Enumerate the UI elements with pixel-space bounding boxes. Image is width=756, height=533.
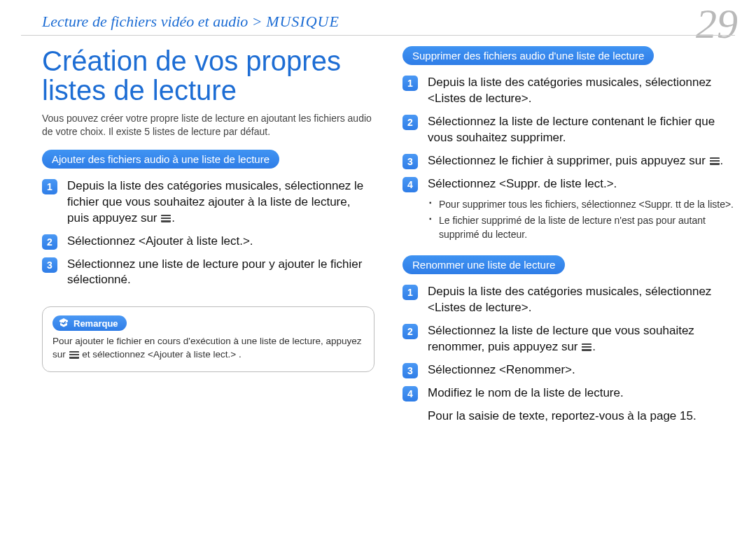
note-box: Remarque Pour ajouter le fichier en cour…	[42, 306, 374, 372]
menu-icon	[161, 215, 171, 222]
add-step: Depuis la liste des catégories musicales…	[42, 178, 374, 227]
ren-step: Depuis la liste des catégories musicales…	[402, 284, 735, 316]
step-text: .	[172, 211, 175, 225]
step-text: Sélectionnez <Ajouter à liste lect.>.	[67, 234, 253, 248]
breadcrumb-path: Lecture de fichiers vidéo et audio	[42, 13, 248, 30]
step-text: Depuis la liste des catégories musicales…	[428, 76, 711, 105]
menu-icon	[69, 351, 79, 359]
steps-add: Depuis la liste des catégories musicales…	[42, 178, 374, 289]
steps-delete: Depuis la liste des catégories musicales…	[402, 75, 735, 241]
right-column: Supprimer des fichiers audio d'une liste…	[402, 46, 735, 425]
ren-step: Sélectionnez la liste de lecture que vou…	[402, 323, 735, 355]
step-text: Sélectionnez une liste de lecture pour y…	[67, 257, 362, 287]
sub-notes: Pour supprimer tous les fichiers, sélect…	[428, 195, 735, 242]
sub-text: Le fichier supprimé de la liste de lectu…	[439, 215, 706, 240]
section-heading-rename: Renommer une liste de lecture	[402, 255, 565, 274]
step-text: Sélectionnez le fichier à supprimer, pui…	[428, 154, 709, 167]
add-step: Sélectionnez <Ajouter à liste lect.>.	[42, 234, 374, 250]
step-text: Sélectionnez la liste de lecture que vou…	[428, 324, 694, 353]
menu-icon	[582, 343, 592, 351]
del-step: Sélectionnez <Suppr. de liste lect.>. Po…	[402, 176, 735, 242]
step-text: Sélectionnez <Renommer>.	[428, 363, 575, 376]
breadcrumb: Lecture de fichiers vidéo et audio > MUS…	[42, 13, 735, 31]
section-heading-add: Ajouter des fichiers audio à une liste d…	[42, 150, 279, 169]
step-text: .	[592, 340, 596, 353]
step-text: Sélectionnez <Suppr. de liste lect.>.	[428, 177, 617, 190]
del-step: Sélectionnez le fichier à supprimer, pui…	[402, 153, 735, 169]
step-text: Depuis la liste des catégories musicales…	[428, 285, 711, 314]
add-step: Sélectionnez une liste de lecture pour y…	[42, 257, 374, 289]
content-columns: Création de vos propres listes de lectur…	[42, 46, 735, 425]
sub-text: Pour supprimer tous les fichiers, sélect…	[439, 199, 734, 210]
steps-rename: Depuis la liste des catégories musicales…	[402, 284, 735, 401]
extra-text: Pour la saisie de texte, reportez-vous à…	[402, 408, 735, 425]
left-column: Création de vos propres listes de lectur…	[42, 46, 374, 425]
step-text: Modifiez le nom de la liste de lecture.	[428, 386, 624, 399]
sub-note: Pour supprimer tous les fichiers, sélect…	[428, 198, 735, 212]
del-step: Depuis la liste des catégories musicales…	[402, 75, 735, 107]
step-text: Sélectionnez la liste de lecture contena…	[428, 115, 715, 144]
sub-note: Le fichier supprimé de la liste de lectu…	[428, 214, 735, 241]
note-text: et sélectionnez <Ajouter à liste lect.> …	[80, 349, 241, 360]
section-heading-delete: Supprimer des fichiers audio d'une liste…	[402, 46, 654, 65]
note-icon	[58, 318, 69, 329]
note-body: Pour ajouter le fichier en cours d'exécu…	[52, 335, 364, 362]
menu-icon	[710, 157, 720, 165]
intro-text: Vous pouvez créer votre propre liste de …	[42, 112, 374, 138]
breadcrumb-section: MUSIQUE	[266, 13, 340, 30]
divider	[21, 35, 735, 36]
page-number: 29	[696, 0, 738, 48]
ren-step: Modifiez le nom de la liste de lecture.	[402, 385, 735, 401]
ren-step: Sélectionnez <Renommer>.	[402, 362, 735, 378]
note-label-text: Remarque	[74, 318, 118, 329]
page-title: Création de vos propres listes de lectur…	[42, 46, 374, 105]
del-step: Sélectionnez la liste de lecture contena…	[402, 114, 735, 146]
step-text: .	[720, 154, 724, 167]
step-text: Depuis la liste des catégories musicales…	[67, 179, 363, 225]
note-label: Remarque	[52, 315, 127, 331]
manual-page: Lecture de fichiers vidéo et audio > MUS…	[0, 0, 756, 533]
